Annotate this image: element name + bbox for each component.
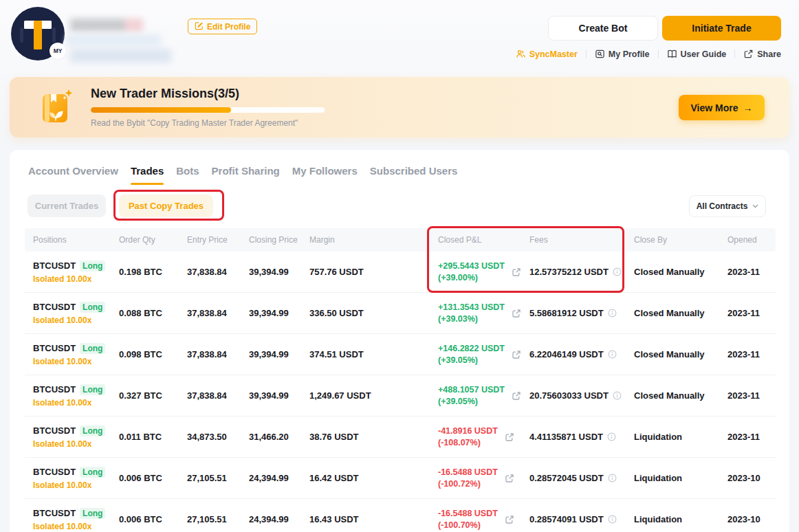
- close-by-cell: Closed Manually: [634, 308, 727, 318]
- table-row[interactable]: BTCUSDT Long Isolated 10.00x 0.011 BTC 3…: [25, 417, 776, 458]
- initiate-trade-button[interactable]: Initiate Trade: [662, 16, 781, 41]
- copy-trading-page: MY Edit Profile Create Bot Initiate Trad…: [0, 0, 799, 532]
- current-trades-button[interactable]: Current Trades: [28, 195, 106, 217]
- external-link-icon[interactable]: [512, 267, 521, 277]
- info-icon[interactable]: [613, 267, 622, 276]
- tab-trades[interactable]: Trades: [130, 165, 164, 185]
- pnl-percent: (-108.07%): [438, 437, 498, 449]
- entry-price-cell: 37,838.84: [187, 390, 249, 401]
- closed-pnl-cell: +146.2822 USDT (+39.05%): [438, 343, 529, 366]
- pnl-value: -16.5488 USDT: [438, 508, 498, 520]
- link-user-guide[interactable]: User Guide: [667, 49, 727, 59]
- symbol-label: BTCUSDT: [33, 261, 76, 271]
- tab-bots[interactable]: Bots: [175, 165, 199, 185]
- close-by-cell: Closed Manually: [634, 390, 727, 401]
- contracts-filter-dropdown[interactable]: All Contracts: [689, 195, 766, 217]
- tab-my-followers[interactable]: My Followers: [292, 165, 358, 185]
- external-link-icon[interactable]: [512, 350, 521, 359]
- order-qty-cell: 0.088 BTC: [119, 308, 187, 318]
- margin-cell: 16.42 USDT: [309, 473, 438, 483]
- avatar[interactable]: MY: [11, 7, 65, 60]
- edit-profile-button[interactable]: Edit Profile: [188, 19, 257, 34]
- table-row[interactable]: BTCUSDT Long Isolated 10.00x 0.006 BTC 2…: [25, 499, 776, 532]
- margin-cell: 757.76 USDT: [309, 267, 438, 277]
- view-more-button[interactable]: View More →: [679, 95, 765, 120]
- fees-cell: 0.28572045 USDT: [529, 473, 634, 483]
- col-header-positions: Positions: [33, 235, 119, 245]
- info-icon[interactable]: [613, 391, 622, 400]
- pnl-percent: (+39.03%): [438, 313, 505, 325]
- col-header-fees: Fees: [529, 235, 634, 245]
- side-badge: Long: [80, 467, 105, 478]
- closed-pnl-cell: -16.5488 USDT (-100.72%): [438, 467, 529, 490]
- external-link-icon[interactable]: [512, 309, 521, 318]
- closing-price-cell: 31,466.20: [249, 432, 309, 442]
- external-link-icon[interactable]: [505, 474, 514, 483]
- link-syncmaster[interactable]: SyncMaster: [516, 49, 578, 59]
- order-qty-cell: 0.006 BTC: [119, 473, 187, 483]
- table-row[interactable]: BTCUSDT Long Isolated 10.00x 0.088 BTC 3…: [25, 293, 776, 334]
- leverage-label: Isolated 10.00x: [33, 522, 119, 531]
- entry-price-cell: 37,838.84: [187, 308, 249, 318]
- tab-subscribed-users[interactable]: Subscribed Users: [369, 165, 459, 185]
- sync-master-icon: [516, 49, 526, 59]
- closed-pnl-cell: -41.8916 USDT (-108.07%): [438, 425, 529, 449]
- info-icon[interactable]: [608, 309, 617, 318]
- edit-icon: [195, 21, 204, 32]
- external-link-icon[interactable]: [505, 515, 514, 524]
- link-label: User Guide: [681, 49, 727, 59]
- external-link-icon[interactable]: [512, 391, 521, 401]
- header-links: SyncMasterMy ProfileUser GuideShare: [516, 49, 781, 59]
- missions-progress-bar: [91, 107, 325, 113]
- table-row[interactable]: BTCUSDT Long Isolated 10.00x 0.327 BTC 3…: [25, 375, 776, 417]
- close-by-cell: Closed Manually: [634, 349, 727, 359]
- closing-price-cell: 39,394.99: [249, 349, 309, 359]
- pnl-value: -16.5488 USDT: [438, 467, 498, 478]
- position-cell: BTCUSDT Long Isolated 10.00x: [33, 508, 119, 531]
- table-row[interactable]: BTCUSDT Long Isolated 10.00x 0.006 BTC 2…: [25, 458, 776, 499]
- closing-price-cell: 39,394.99: [249, 267, 309, 277]
- tab-account-overview[interactable]: Account Overview: [28, 165, 119, 185]
- create-bot-button[interactable]: Create Bot: [548, 16, 658, 41]
- close-by-cell: Closed Manually: [634, 267, 727, 277]
- pnl-percent: (-100.70%): [438, 520, 498, 531]
- col-header-entry-price: Entry Price: [187, 235, 249, 245]
- leverage-label: Isolated 10.00x: [33, 480, 119, 490]
- symbol-label: BTCUSDT: [33, 467, 76, 477]
- table-row[interactable]: BTCUSDT Long Isolated 10.00x 0.098 BTC 3…: [25, 334, 776, 375]
- share-icon: [743, 49, 754, 59]
- leverage-label: Isolated 10.00x: [33, 357, 119, 366]
- tab-profit-sharing[interactable]: Profit Sharing: [211, 165, 281, 185]
- fees-value: 5.58681912 USDT: [529, 308, 604, 318]
- info-icon[interactable]: [608, 515, 617, 524]
- fees-cell: 12.57375212 USDT: [529, 267, 634, 277]
- trades-card: Account OverviewTradesBotsProfit Sharing…: [10, 150, 789, 532]
- table-header: PositionsOrder QtyEntry PriceClosing Pri…: [25, 228, 776, 252]
- blurred-username: [70, 19, 143, 32]
- contracts-filter-value: All Contracts: [697, 201, 748, 211]
- divider: [586, 49, 587, 58]
- fees-cell: 4.41135871 USDT: [529, 432, 634, 442]
- order-qty-cell: 0.198 BTC: [119, 267, 187, 277]
- side-badge: Long: [80, 261, 105, 271]
- info-icon[interactable]: [608, 350, 617, 359]
- fees-cell: 20.75603033 USDT: [529, 390, 634, 401]
- info-icon[interactable]: [608, 474, 617, 483]
- symbol-label: BTCUSDT: [33, 425, 76, 436]
- side-badge: Long: [80, 384, 105, 395]
- link-label: Share: [757, 49, 781, 59]
- leverage-label: Isolated 10.00x: [33, 398, 119, 408]
- opened-cell: 2023-11: [727, 308, 769, 318]
- past-copy-trades-button[interactable]: Past Copy Trades: [119, 195, 213, 217]
- close-by-cell: Liquidation: [634, 432, 727, 442]
- position-cell: BTCUSDT Long Isolated 10.00x: [33, 302, 119, 325]
- external-link-icon[interactable]: [505, 432, 514, 442]
- tabs: Account OverviewTradesBotsProfit Sharing…: [28, 165, 458, 185]
- link-share[interactable]: Share: [743, 49, 781, 59]
- closing-price-cell: 39,394.99: [249, 308, 309, 318]
- info-icon[interactable]: [607, 432, 616, 441]
- chevron-down-icon: [752, 204, 758, 208]
- table-row[interactable]: BTCUSDT Long Isolated 10.00x 0.198 BTC 3…: [25, 252, 776, 293]
- margin-cell: 38.76 USDT: [309, 432, 438, 442]
- link-my-profile[interactable]: My Profile: [595, 49, 650, 59]
